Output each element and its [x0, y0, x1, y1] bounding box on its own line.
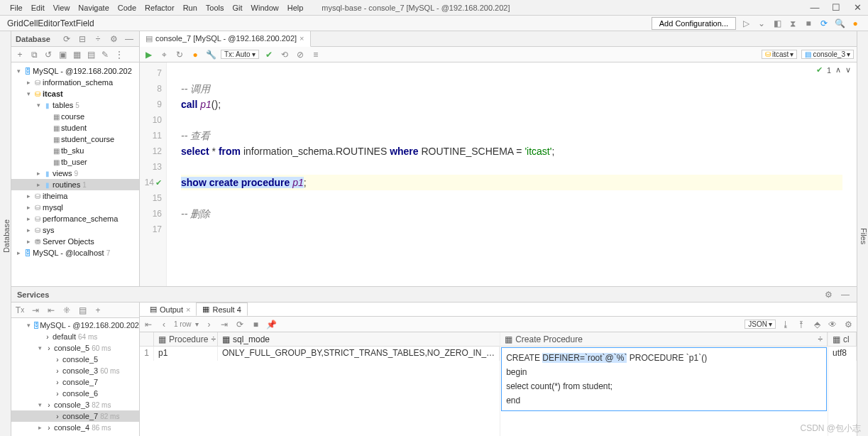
menu-run[interactable]: Run: [179, 2, 202, 13]
tx-mode-selector[interactable]: Tx: Auto ▾: [221, 50, 259, 59]
debug-icon[interactable]: ⌄: [756, 18, 767, 29]
svc-c6a[interactable]: console_6: [62, 389, 98, 398]
stop2-icon[interactable]: ▣: [57, 49, 68, 60]
settings-icon[interactable]: ⚙: [108, 33, 119, 45]
split-icon[interactable]: ⇥: [30, 305, 41, 316]
menu-file[interactable]: File: [6, 2, 27, 13]
tree-course[interactable]: course: [61, 112, 84, 121]
refresh-icon[interactable]: ⟳: [61, 33, 72, 45]
explain-icon[interactable]: ⌖: [158, 49, 170, 60]
menu-window[interactable]: Window: [247, 2, 283, 13]
execute-marker-icon[interactable]: ✔: [155, 178, 162, 187]
col-procedure[interactable]: Procedure: [169, 334, 208, 344]
menu-git[interactable]: Git: [229, 2, 247, 13]
stop3-icon[interactable]: ■: [250, 319, 261, 330]
tree-server-objects[interactable]: Server Objects: [43, 237, 94, 246]
gear-icon[interactable]: ⚙: [823, 289, 834, 300]
commit2-icon[interactable]: ✔: [263, 49, 275, 60]
view-mode-selector[interactable]: JSON ▾: [745, 320, 776, 329]
services-tree[interactable]: ▾🗄MySQL - @192.168.200.202 ›default64 ms…: [11, 318, 139, 436]
tree-routines[interactable]: routines: [53, 180, 80, 189]
editor-tab[interactable]: ▤ console_7 [MySQL - @192.168.200.202] ×: [140, 31, 311, 47]
svc-default[interactable]: default: [53, 332, 76, 341]
svc-c5[interactable]: console_5: [54, 344, 89, 352]
tree-tables[interactable]: tables: [53, 101, 73, 109]
wrap-icon[interactable]: ≡: [310, 49, 322, 60]
menu-help[interactable]: Help: [283, 2, 308, 13]
cell-procedure[interactable]: p1: [154, 347, 218, 361]
tx-icon[interactable]: Tx: [14, 305, 26, 316]
prev-page-icon[interactable]: ‹: [158, 319, 170, 330]
tree-tb-sku[interactable]: tb_sku: [61, 146, 84, 155]
ide-status-icon[interactable]: ●: [850, 18, 861, 29]
execute-icon[interactable]: ▶: [143, 49, 154, 60]
schema-selector[interactable]: ⛁ itcast ▾: [762, 50, 797, 59]
next-page-icon[interactable]: ›: [203, 319, 214, 330]
import-icon[interactable]: ⭱: [796, 319, 807, 330]
svc-c3[interactable]: console_3: [54, 400, 89, 409]
tree-info-schema[interactable]: information_schema: [43, 78, 113, 87]
pin-icon[interactable]: 📌: [265, 319, 277, 330]
duplicate-icon[interactable]: ⧉: [28, 49, 40, 60]
first-page-icon[interactable]: ⇤: [143, 319, 154, 330]
eye-icon[interactable]: 👁: [827, 319, 838, 330]
tree-performance-schema[interactable]: performance_schema: [43, 214, 118, 223]
tree-datasource[interactable]: MySQL - @192.168.200.202: [33, 67, 132, 75]
view-icon[interactable]: ▤: [85, 49, 97, 60]
tree-tb-user[interactable]: tb_user: [61, 158, 87, 166]
cell-create-procedure[interactable]: CREATE DEFINER=`root`@`%` PROCEDURE `p1`…: [501, 347, 827, 411]
stop-icon[interactable]: ■: [803, 18, 814, 29]
rollback-icon[interactable]: ⟲: [279, 49, 290, 60]
svc-c3a[interactable]: console_3: [62, 366, 98, 375]
col-cl[interactable]: cl: [843, 334, 850, 344]
more-icon[interactable]: ⋮: [114, 49, 125, 60]
menu-code[interactable]: Code: [114, 2, 141, 13]
search-icon[interactable]: 🔍: [834, 18, 845, 29]
tree-sys[interactable]: sys: [43, 226, 55, 234]
vcs-update-icon[interactable]: ⟳: [818, 18, 830, 29]
menu-refactor[interactable]: Refactor: [141, 2, 179, 13]
svc-c5a[interactable]: console_5: [62, 355, 98, 364]
files-tool-tab[interactable]: Files: [859, 228, 868, 244]
console-selector[interactable]: ▤ console_3 ▾: [801, 50, 854, 59]
svc-c7[interactable]: console_7: [62, 412, 98, 420]
minimize-icon[interactable]: —: [810, 3, 820, 13]
database-tree[interactable]: ▾🗄MySQL - @192.168.200.202 ▸⛁information…: [11, 62, 139, 286]
edit-icon[interactable]: ✎: [99, 49, 111, 60]
tab-result[interactable]: ▦Result 4: [196, 303, 247, 316]
coverage-icon[interactable]: ◧: [771, 18, 783, 29]
export-icon[interactable]: ⭳: [780, 319, 791, 330]
tree-itcast[interactable]: itcast: [43, 89, 63, 98]
find-icon[interactable]: ⁜: [61, 305, 72, 316]
sync-icon[interactable]: ↺: [43, 49, 54, 60]
svc-ds[interactable]: MySQL - @192.168.200.202: [40, 321, 139, 329]
hide-icon[interactable]: —: [123, 33, 135, 45]
filter2-icon[interactable]: ▤: [77, 305, 88, 316]
divide-icon[interactable]: ÷: [92, 33, 104, 45]
col-sql-mode[interactable]: sql_mode: [233, 334, 270, 344]
svc-c4[interactable]: console_4: [54, 423, 89, 432]
tree-datasource-2[interactable]: MySQL - @localhost: [33, 249, 104, 257]
tree-itheima[interactable]: itheima: [43, 192, 67, 200]
cell-cl[interactable]: utf8: [828, 347, 857, 361]
cell-sql-mode[interactable]: ONLY_FULL_GROUP_BY,STRICT_TRANS_TABLES,N…: [218, 347, 500, 361]
menu-tools[interactable]: Tools: [202, 2, 229, 13]
menu-edit[interactable]: Edit: [27, 2, 49, 13]
tree-mysql[interactable]: mysql: [43, 203, 63, 212]
last-page-icon[interactable]: ⇥: [219, 319, 230, 330]
close-icon[interactable]: ✕: [852, 3, 862, 13]
tree-student[interactable]: student: [61, 124, 87, 132]
tree-views[interactable]: views: [53, 169, 72, 178]
profile-icon[interactable]: ⧗: [787, 18, 798, 29]
col-create-procedure[interactable]: Create Procedure: [515, 334, 583, 344]
filter-icon[interactable]: ▦: [71, 49, 82, 60]
tab-output[interactable]: ▤Output×: [144, 303, 196, 315]
gear2-icon[interactable]: ⚙: [842, 319, 854, 330]
reload-icon[interactable]: ⟳: [234, 319, 246, 330]
hide2-icon[interactable]: —: [840, 289, 851, 300]
collapse-icon[interactable]: ⊟: [77, 33, 88, 45]
commit-icon[interactable]: ●: [189, 49, 201, 60]
add2-icon[interactable]: +: [92, 305, 104, 316]
settings2-icon[interactable]: 🔧: [205, 49, 216, 60]
compare-icon[interactable]: ⬘: [811, 319, 823, 330]
